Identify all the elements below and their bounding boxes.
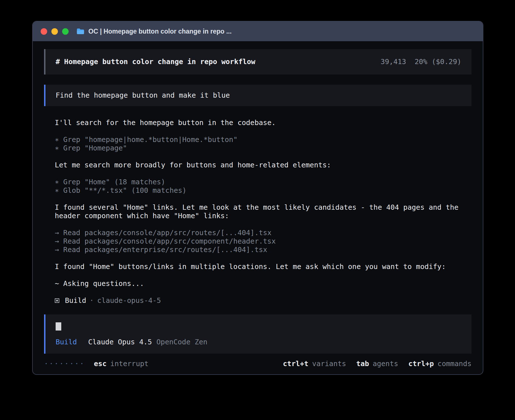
- window-titlebar[interactable]: OC | Homepage button color change in rep…: [33, 21, 483, 41]
- zoom-button[interactable]: [62, 28, 69, 35]
- agent-model: claude-opus-4-5: [97, 296, 161, 305]
- session-header: # Homepage button color change in repo w…: [44, 49, 472, 75]
- window-title-group: OC | Homepage button color change in rep…: [77, 28, 232, 35]
- context-usage: 20% ($0.29): [414, 58, 461, 66]
- esc-key: esc: [94, 360, 106, 368]
- tool-call-read: → Read packages/console/app/src/componen…: [55, 237, 461, 246]
- tool-call-group: → Read packages/console/app/src/routes/[…: [55, 229, 461, 254]
- spinner-dots: ········: [44, 360, 85, 368]
- traffic-lights: [41, 28, 69, 35]
- tool-call-group: ∗ Grep "homepage|home.*button|Home.*butt…: [55, 135, 461, 152]
- variants-label: variants: [312, 360, 346, 368]
- agent-separator: ·: [90, 296, 94, 305]
- esc-hint: esc interrupt: [94, 360, 149, 368]
- commands-key: ctrl+p: [408, 360, 434, 368]
- text-cursor: [56, 322, 61, 331]
- provider-label: OpenCode Zen: [156, 338, 208, 346]
- user-message-text: Find the homepage button and make it blu…: [56, 91, 230, 99]
- commands-label: commands: [438, 360, 472, 368]
- assistant-message: I'll search for the homepage button in t…: [55, 119, 461, 127]
- agents-label: agents: [373, 360, 398, 368]
- esc-label: interrupt: [110, 360, 149, 368]
- agent-status-line: Build · claude-opus-4-5: [55, 296, 461, 305]
- assistant-message: Let me search more broadly for buttons a…: [55, 161, 461, 169]
- window-title: OC | Homepage button color change in rep…: [88, 28, 232, 35]
- tool-call-read: → Read packages/enterprise/src/routes/[.…: [55, 246, 461, 254]
- tool-call-group: ∗ Grep "Home" (18 matches) ∗ Glob "**/*.…: [55, 178, 461, 195]
- tool-call-read: → Read packages/console/app/src/routes/[…: [55, 229, 461, 237]
- working-status: ~ Asking questions...: [55, 279, 461, 288]
- agent-icon: [55, 298, 59, 303]
- tool-call-grep: ∗ Grep "Homepage": [55, 144, 461, 152]
- terminal-window: OC | Homepage button color change in rep…: [32, 21, 483, 375]
- variants-hint: ctrl+t variants: [283, 360, 346, 368]
- variants-key: ctrl+t: [283, 360, 308, 368]
- model-label[interactable]: Claude Opus 4.5: [88, 338, 152, 346]
- user-message: Find the homepage button and make it blu…: [44, 85, 472, 106]
- token-count: 39,413: [381, 58, 406, 66]
- shortcut-hints: ctrl+t variants tab agents ctrl+p comman…: [283, 360, 472, 368]
- assistant-message: I found several "Home" links. Let me loo…: [55, 203, 461, 220]
- tool-call-grep: ∗ Grep "homepage|home.*button|Home.*butt…: [55, 135, 461, 144]
- terminal-content: # Homepage button color change in repo w…: [33, 41, 483, 374]
- commands-hint: ctrl+p commands: [408, 360, 472, 368]
- agents-key: tab: [356, 360, 369, 368]
- session-metrics: 39,413 20% ($0.29): [381, 58, 461, 66]
- agents-hint: tab agents: [356, 360, 398, 368]
- minimize-button[interactable]: [51, 28, 58, 35]
- agent-mode-label[interactable]: Build: [56, 338, 77, 346]
- close-button[interactable]: [41, 28, 47, 35]
- folder-icon: [77, 28, 84, 34]
- tool-call-glob: ∗ Glob "**/*.tsx" (100 matches): [55, 186, 461, 195]
- tool-call-grep: ∗ Grep "Home" (18 matches): [55, 178, 461, 186]
- session-title: # Homepage button color change in repo w…: [56, 58, 255, 66]
- prompt-input[interactable]: Build Claude Opus 4.5 OpenCode Zen: [44, 314, 472, 354]
- input-status-row: Build Claude Opus 4.5 OpenCode Zen: [56, 338, 461, 346]
- assistant-message: I found "Home" buttons/links in multiple…: [55, 262, 461, 271]
- agent-name: Build: [65, 296, 86, 305]
- status-bar: ········ esc interrupt ctrl+t variants t…: [44, 354, 472, 368]
